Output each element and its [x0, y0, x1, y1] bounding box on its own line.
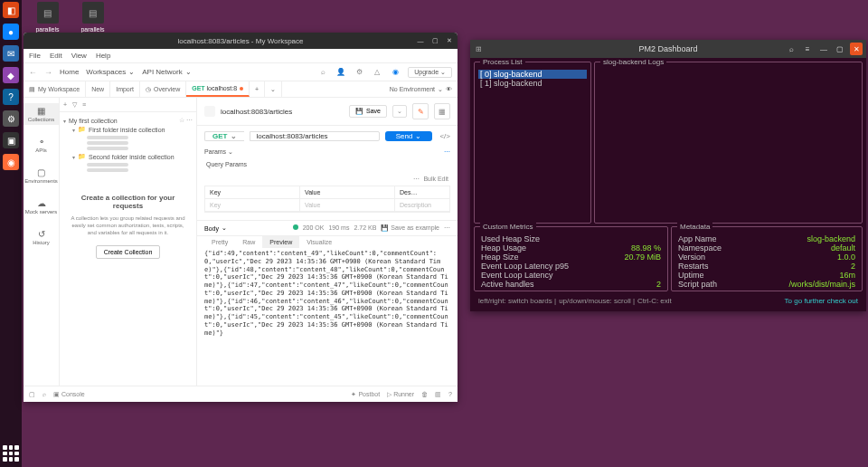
- minimize-icon[interactable]: —: [416, 36, 425, 45]
- add-icon[interactable]: +: [63, 101, 67, 108]
- cookies-link[interactable]: ⋯: [444, 148, 450, 156]
- upgrade-button[interactable]: Upgrade ⌄: [408, 67, 452, 78]
- process-row[interactable]: [ 1] slog-backend: [478, 79, 587, 88]
- terminal-body[interactable]: Process List [ 0] slog-backend [ 1] slog…: [470, 58, 866, 311]
- params-tab[interactable]: Params ⌄: [204, 148, 233, 156]
- tab-request[interactable]: GET localhost:8: [186, 81, 250, 97]
- dock-terminal-icon[interactable]: ▣: [3, 132, 19, 148]
- maximize-icon[interactable]: ▢: [834, 43, 846, 55]
- view-visualize[interactable]: Visualize: [299, 236, 339, 248]
- response-view-tabs: Pretty Raw Preview Visualize: [197, 236, 458, 248]
- create-collection-button[interactable]: Create Collection: [96, 245, 161, 259]
- share-icon[interactable]: ▦: [434, 103, 450, 119]
- show-apps-button[interactable]: [3, 445, 19, 462]
- http-icon: [204, 106, 215, 117]
- code-icon[interactable]: </>: [439, 132, 450, 140]
- save-button[interactable]: 💾 Save: [349, 105, 387, 118]
- sidebar-apis[interactable]: ⚬APIs: [24, 134, 59, 156]
- more-icon[interactable]: ⋯: [413, 176, 420, 182]
- window-titlebar[interactable]: localhost:8083/articles - My Workspace —…: [24, 33, 458, 49]
- tree-item-stub[interactable]: [87, 163, 128, 167]
- help-icon[interactable]: ?: [448, 391, 452, 397]
- tab-options[interactable]: ⌄: [265, 81, 282, 97]
- environment-selector[interactable]: No Environment⌄👁: [384, 81, 458, 97]
- nav-home[interactable]: Home: [60, 68, 79, 76]
- nav-workspaces[interactable]: Workspaces⌄: [86, 68, 135, 76]
- new-tab-icon[interactable]: ⊞: [476, 45, 482, 53]
- runner-link[interactable]: ▷ Runner: [387, 391, 414, 398]
- nav-back-icon[interactable]: ←: [29, 68, 37, 77]
- close-icon[interactable]: ✕: [445, 36, 454, 45]
- close-icon[interactable]: ✕: [850, 43, 863, 55]
- find-icon[interactable]: ⌕: [42, 391, 46, 397]
- process-row[interactable]: [ 0] slog-backend: [478, 70, 587, 79]
- value-input[interactable]: Value: [300, 199, 395, 211]
- search-icon[interactable]: ⌕: [317, 67, 328, 78]
- search-icon[interactable]: ⌕: [785, 43, 797, 55]
- menu-edit[interactable]: Edit: [50, 52, 62, 60]
- tree-item-stub[interactable]: [87, 147, 128, 150]
- sync-icon[interactable]: ◉: [390, 67, 401, 78]
- settings-icon[interactable]: ⚙: [354, 67, 364, 78]
- menu-view[interactable]: View: [71, 52, 87, 60]
- notifications-icon[interactable]: △: [372, 67, 382, 78]
- tree-item-stub[interactable]: [87, 136, 128, 139]
- maximize-icon[interactable]: ▢: [430, 36, 439, 45]
- sidebar-collections[interactable]: ▦Collections: [24, 103, 59, 125]
- bulk-edit-link[interactable]: Bulk Edit: [423, 176, 448, 182]
- workspace-tab[interactable]: ▤My Workspace: [24, 81, 86, 97]
- send-button[interactable]: Send⌄: [385, 131, 433, 141]
- two-pane-icon[interactable]: ▥: [435, 391, 441, 398]
- nav-fwd-icon[interactable]: →: [44, 68, 52, 77]
- dock-files-icon[interactable]: ◧: [3, 2, 19, 18]
- menu-icon[interactable]: ≡: [801, 43, 814, 55]
- tree-item-stub[interactable]: [87, 168, 128, 172]
- dock-help-icon[interactable]: ?: [3, 89, 19, 105]
- import-button[interactable]: Import: [110, 81, 140, 97]
- trash-icon[interactable]: 🗑: [421, 391, 428, 397]
- hide-sidebar-icon[interactable]: ▢: [29, 391, 35, 398]
- param-row[interactable]: Key Value Description: [205, 199, 449, 212]
- sidebar-environments[interactable]: ▢Environments: [24, 165, 59, 186]
- postbot-link[interactable]: ✦ Postbot: [351, 391, 380, 398]
- edit-icon[interactable]: ✎: [412, 103, 429, 119]
- console-toggle[interactable]: ▣ Console: [53, 391, 85, 398]
- response-body[interactable]: {"id":49,"content":"content_49","likeCou…: [197, 248, 458, 386]
- minimize-icon[interactable]: —: [817, 43, 830, 55]
- nav-api-network[interactable]: API Network⌄: [142, 68, 191, 76]
- options-icon[interactable]: ≡: [82, 101, 86, 108]
- tree-folder[interactable]: ▾📁First folder inside collection: [63, 125, 193, 134]
- terminal-titlebar[interactable]: ⊞ PM2 Dashboard ⌕ ≡ — ▢ ✕: [470, 40, 866, 58]
- body-tab[interactable]: Body ⌄: [204, 224, 227, 232]
- sidebar-mock[interactable]: ☁Mock servers: [24, 195, 59, 217]
- save-example-button[interactable]: 💾 Save as example: [381, 224, 439, 232]
- dock-firefox-icon[interactable]: ●: [3, 24, 19, 40]
- view-raw[interactable]: Raw: [235, 236, 262, 248]
- filter-icon[interactable]: ▽: [72, 101, 77, 109]
- key-input[interactable]: Key: [205, 199, 300, 211]
- menu-help[interactable]: Help: [96, 52, 110, 60]
- new-tab-button[interactable]: +: [250, 81, 265, 97]
- dock-postman-icon[interactable]: ◉: [3, 154, 19, 170]
- menu-file[interactable]: File: [29, 52, 41, 60]
- request-name[interactable]: localhost:8083/articles: [221, 108, 292, 116]
- url-input[interactable]: localhost:8083/articles: [250, 131, 379, 141]
- desktop-icon-parallels[interactable]: ▤parallels: [72, 2, 113, 33]
- view-pretty[interactable]: Pretty: [204, 236, 235, 248]
- invite-icon[interactable]: 👤: [335, 67, 346, 78]
- method-selector[interactable]: GET⌄: [204, 131, 244, 141]
- more-icon[interactable]: ⋯: [444, 224, 450, 232]
- sidebar-history[interactable]: ↺History: [24, 226, 59, 248]
- dock-thunderbird-icon[interactable]: ✉: [3, 45, 19, 62]
- tree-collection[interactable]: ▾My first collection☆ ⋯: [63, 116, 193, 125]
- new-button[interactable]: New: [86, 81, 110, 97]
- desc-input[interactable]: Description: [395, 199, 449, 211]
- dock-settings-icon[interactable]: ⚙: [3, 110, 19, 127]
- tab-overview[interactable]: ◷Overview: [140, 81, 186, 97]
- tree-item-stub[interactable]: [87, 141, 128, 145]
- dock-app-icon[interactable]: ◆: [3, 67, 19, 83]
- view-preview[interactable]: Preview: [262, 236, 299, 248]
- box-label: Process List: [480, 58, 525, 66]
- save-options[interactable]: ⌄: [392, 105, 407, 118]
- tree-folder[interactable]: ▾📁Second folder inside collection: [63, 152, 193, 161]
